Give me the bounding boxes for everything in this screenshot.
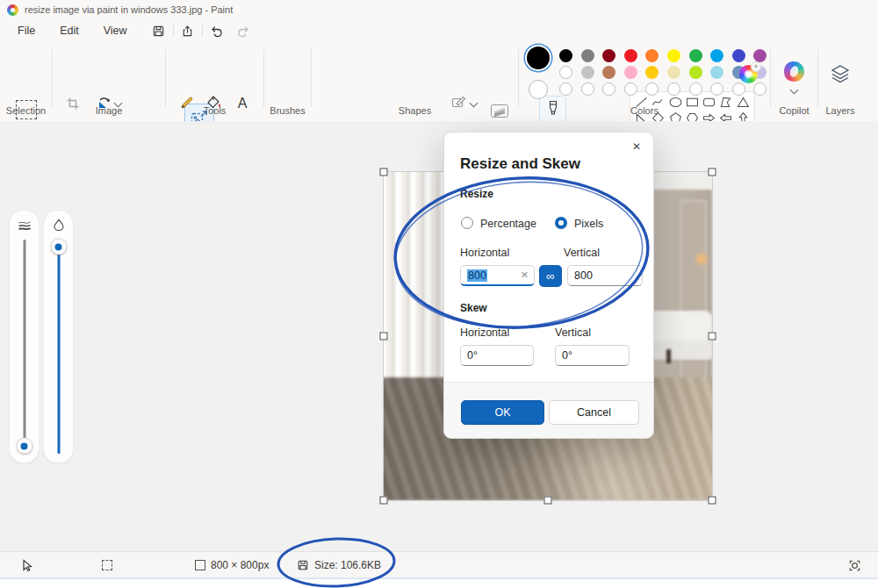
palette-color-swatch[interactable] xyxy=(732,49,745,62)
zoom-fit-icon[interactable] xyxy=(848,552,861,578)
skew-vertical-input[interactable]: 0° xyxy=(555,345,630,366)
canvas-size-item: 800 × 800px xyxy=(195,552,269,578)
selection-handle-nw[interactable] xyxy=(380,169,388,176)
skew-horizontal-input[interactable]: 0° xyxy=(460,345,534,366)
share-icon[interactable] xyxy=(181,24,195,38)
palette-color-swatch[interactable] xyxy=(602,66,615,79)
palette-empty-swatch[interactable] xyxy=(581,82,594,96)
palette-empty-swatch[interactable] xyxy=(732,82,745,96)
shapes-group-label: Shapes xyxy=(312,105,518,116)
cursor-position-icon xyxy=(21,552,32,578)
palette-color-swatch[interactable] xyxy=(689,49,702,62)
ribbon: Selection Image xyxy=(0,42,878,122)
copilot-dropdown-chevron-icon[interactable] xyxy=(790,86,799,95)
save-icon[interactable] xyxy=(152,24,166,38)
maintain-aspect-ratio-link-icon[interactable]: ∞ xyxy=(539,265,562,287)
color1-swatch[interactable] xyxy=(527,47,550,69)
thickness-slider[interactable] xyxy=(9,210,40,463)
palette-empty-swatch[interactable] xyxy=(667,82,680,96)
palette-color-swatch[interactable] xyxy=(710,49,723,62)
clear-input-icon[interactable]: ✕ xyxy=(521,269,529,281)
paint-app-icon xyxy=(7,4,18,16)
selection-handle-s[interactable] xyxy=(544,497,552,505)
palette-empty-swatch[interactable] xyxy=(602,82,615,96)
edit-colors-icon[interactable]: + xyxy=(739,65,758,83)
palette-color-swatch[interactable] xyxy=(624,66,637,79)
palette-color-swatch[interactable] xyxy=(645,49,658,62)
selection-size-icon xyxy=(102,552,112,578)
titlebar: resize image via paint in windows 333.jp… xyxy=(0,0,878,19)
window-title: resize image via paint in windows 333.jp… xyxy=(25,4,233,15)
pixels-radio-label[interactable]: Pixels xyxy=(574,218,603,230)
file-size-item: Size: 106.6KB xyxy=(297,552,381,578)
palette-color-swatch[interactable] xyxy=(624,49,637,62)
palette-color-swatch[interactable] xyxy=(559,66,572,79)
skew-section-label: Skew xyxy=(460,302,487,314)
palette-color-swatch[interactable] xyxy=(710,66,723,79)
palette-color-swatch[interactable] xyxy=(667,49,680,62)
ok-button[interactable]: OK xyxy=(461,400,544,425)
menu-file[interactable]: File xyxy=(9,22,44,39)
window-bottom-edge xyxy=(0,577,878,588)
menu-edit[interactable]: Edit xyxy=(51,22,88,39)
dialog-title: Resize and Skew xyxy=(460,155,580,173)
palette-color-swatch[interactable] xyxy=(689,66,702,79)
palette-color-swatch[interactable] xyxy=(602,49,615,62)
pixels-radio[interactable] xyxy=(555,217,567,229)
file-size-text: Size: 106.6KB xyxy=(314,559,381,571)
layers-icon[interactable] xyxy=(830,64,851,87)
color2-swatch[interactable] xyxy=(529,80,548,99)
palette-color-swatch[interactable] xyxy=(581,49,594,62)
palette-color-swatch[interactable] xyxy=(753,49,766,62)
percentage-radio-label[interactable]: Percentage xyxy=(480,218,536,230)
selection-handle-w[interactable] xyxy=(380,333,388,341)
colors-group-label: Colors xyxy=(519,105,770,116)
palette-row-2[interactable] xyxy=(559,66,766,79)
palette-row-3-empty[interactable] xyxy=(559,82,766,96)
palette-color-swatch[interactable] xyxy=(667,66,680,79)
image-group-label: Image xyxy=(53,105,165,116)
menubar: File Edit View xyxy=(0,19,878,42)
palette-empty-swatch[interactable] xyxy=(710,82,723,96)
undo-icon[interactable] xyxy=(210,24,224,38)
dialog-close-button[interactable]: ✕ xyxy=(629,139,644,154)
layers-group-label: Layers xyxy=(818,105,862,116)
dialog-footer: OK Cancel xyxy=(444,382,653,438)
copilot-icon[interactable] xyxy=(784,61,804,82)
palette-color-swatch[interactable] xyxy=(645,66,658,79)
palette-empty-swatch[interactable] xyxy=(753,82,766,96)
brushes-group-label: Brushes xyxy=(264,105,311,116)
resize-vertical-value: 800 xyxy=(574,269,593,282)
cancel-button[interactable]: Cancel xyxy=(549,400,639,425)
thickness-icon xyxy=(18,219,31,234)
opacity-slider-thumb[interactable] xyxy=(50,239,67,255)
resize-horizontal-input[interactable]: 800 ✕ xyxy=(460,265,535,286)
menu-view[interactable]: View xyxy=(95,22,136,39)
canvas-size-icon xyxy=(195,560,205,570)
skew-vertical-label: Vertical xyxy=(555,326,591,339)
opacity-slider[interactable] xyxy=(43,210,74,463)
palette-color-swatch[interactable] xyxy=(559,49,572,62)
selection-handle-ne[interactable] xyxy=(709,169,716,176)
palette-row-1[interactable] xyxy=(559,49,766,62)
selection-handle-sw[interactable] xyxy=(380,497,388,505)
skew-horizontal-label: Horizontal xyxy=(460,326,509,339)
selection-handle-se[interactable] xyxy=(709,497,716,505)
palette-empty-swatch[interactable] xyxy=(559,82,572,96)
selection-handle-e[interactable] xyxy=(709,333,716,341)
copilot-group-label: Copilot xyxy=(771,105,817,116)
tools-group-label: Tools xyxy=(166,105,263,116)
thickness-slider-thumb[interactable] xyxy=(16,438,32,455)
percentage-radio[interactable] xyxy=(461,217,473,229)
resize-vertical-input[interactable]: 800 xyxy=(567,265,643,286)
canvas-size-text: 800 × 800px xyxy=(211,559,269,571)
resize-horizontal-label: Horizontal xyxy=(460,247,509,259)
file-size-save-icon xyxy=(297,559,309,571)
resize-and-skew-dialog: ✕ Resize and Skew Resize Percentage Pixe… xyxy=(443,132,654,439)
palette-empty-swatch[interactable] xyxy=(624,82,637,96)
skew-vertical-value: 0° xyxy=(562,349,572,362)
palette-empty-swatch[interactable] xyxy=(689,82,702,96)
palette-empty-swatch[interactable] xyxy=(645,82,658,96)
palette-color-swatch[interactable] xyxy=(581,66,594,79)
opacity-droplet-icon xyxy=(53,219,64,234)
